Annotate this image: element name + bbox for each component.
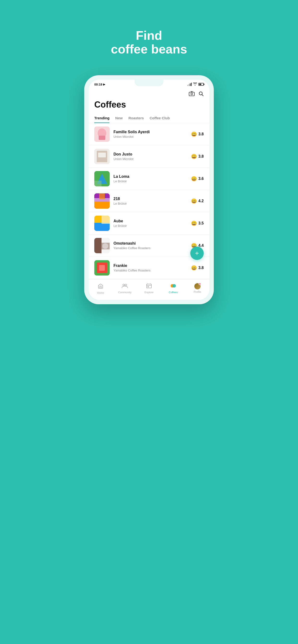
svg-point-1	[191, 93, 192, 95]
rating-emoji: 😀	[191, 176, 197, 182]
coffee-info: Don Justo Union Microlot	[113, 152, 187, 161]
coffee-rating: 😀 4.2	[191, 198, 204, 204]
rating-emoji: 😀	[191, 220, 197, 226]
nav-item-explore[interactable]: Explore	[137, 281, 161, 295]
rating-value: 3.5	[198, 221, 204, 226]
nav-label-explore: Explore	[144, 291, 153, 294]
svg-rect-19	[101, 216, 110, 224]
coffee-thumbnail	[94, 216, 110, 231]
status-bar: 00:19 ▶	[89, 80, 209, 88]
profile-notification-dot	[199, 283, 201, 285]
coffee-thumbnail	[94, 193, 110, 209]
coffee-thumbnail	[94, 260, 110, 276]
svg-rect-16	[99, 193, 105, 199]
coffee-rating: 😀 3.8	[191, 265, 204, 271]
coffee-name: 218	[113, 197, 187, 201]
profile-avatar	[194, 283, 201, 290]
search-button[interactable]	[198, 91, 204, 98]
coffee-rating: 😀 3.8	[191, 131, 204, 137]
svg-rect-12	[94, 181, 101, 186]
camera-button[interactable]	[189, 91, 195, 98]
coffee-name: Famille Solis Ayerdi	[113, 130, 187, 134]
add-icon: +	[195, 250, 199, 256]
coffee-thumbnail	[94, 171, 110, 186]
svg-rect-18	[94, 223, 110, 231]
hero-section: Find coffee beans	[92, 0, 206, 75]
hero-line2: coffee beans	[111, 42, 187, 56]
coffee-item[interactable]: 218 Le Brûloir 😀 4.2	[89, 190, 209, 212]
svg-rect-26	[99, 265, 105, 271]
tab-coffee-club[interactable]: Coffee Club	[150, 114, 170, 123]
phone-screen: 00:19 ▶	[89, 80, 209, 300]
svg-rect-6	[99, 136, 105, 140]
explore-icon	[146, 283, 152, 290]
coffee-info: Frankie Yamabiko Coffee Roasters	[113, 264, 187, 272]
coffee-item[interactable]: La Loma Le Brûloir 😀 3.6	[89, 168, 209, 190]
community-icon	[122, 283, 128, 290]
nav-item-coffees[interactable]: Coffees	[161, 281, 185, 295]
coffee-item[interactable]: Aube Le Brûloir 😀 3.5	[89, 212, 209, 234]
rating-emoji: 😀	[191, 198, 197, 204]
coffee-info: La Loma Le Brûloir	[113, 174, 187, 183]
svg-rect-14	[94, 200, 110, 209]
coffee-name: Omotenashi	[113, 241, 187, 246]
svg-rect-9	[98, 152, 106, 158]
app-header	[89, 88, 209, 98]
coffee-name: Frankie	[113, 264, 187, 268]
location-icon: ▶	[103, 83, 105, 86]
svg-line-3	[202, 95, 203, 96]
coffee-item[interactable]: Famille Solis Ayerdi Union Microlot 😀 3.…	[89, 123, 209, 146]
coffee-thumbnail	[94, 238, 110, 253]
hero-line1: Find	[136, 28, 162, 42]
tabs-bar: Trending New Roasters Coffee Club	[89, 114, 209, 123]
coffee-roaster: Union Microlot	[113, 135, 187, 138]
rating-value: 3.8	[198, 154, 204, 158]
coffee-roaster: Yamabiko Coffee Roasters	[113, 268, 187, 272]
coffee-item[interactable]: Frankie Yamabiko Coffee Roasters 😀 3.8	[89, 257, 209, 279]
svg-point-27	[123, 284, 124, 286]
tab-new[interactable]: New	[115, 114, 123, 123]
rating-emoji: 😀	[191, 265, 197, 271]
coffee-name: Aube	[113, 219, 187, 223]
coffee-roaster: Union Microlot	[113, 157, 187, 161]
signal-icon	[187, 83, 192, 86]
bottom-navigation: Home Community	[89, 279, 209, 300]
notch	[135, 80, 163, 86]
nav-item-community[interactable]: Community	[113, 281, 137, 295]
nav-item-profile[interactable]: Profile	[185, 281, 209, 295]
coffee-thumbnail	[94, 149, 110, 164]
home-icon	[98, 283, 103, 290]
rating-value: 3.8	[198, 132, 204, 136]
battery-icon	[198, 83, 204, 86]
rating-value: 3.8	[198, 266, 204, 270]
rating-value: 3.6	[198, 176, 204, 181]
coffee-name: Don Justo	[113, 152, 187, 156]
tab-trending[interactable]: Trending	[94, 114, 109, 123]
tab-roasters[interactable]: Roasters	[128, 114, 144, 123]
coffee-roaster: Le Brûloir	[113, 224, 187, 228]
profile-icon	[194, 283, 201, 290]
add-coffee-button[interactable]: +	[190, 246, 204, 260]
rating-emoji: 😀	[191, 131, 197, 137]
coffee-roaster: Yamabiko Coffee Roasters	[113, 246, 187, 250]
nav-label-community: Community	[118, 291, 131, 294]
svg-rect-21	[94, 238, 101, 253]
nav-label-coffees: Coffees	[169, 291, 178, 294]
coffee-info: Famille Solis Ayerdi Union Microlot	[113, 130, 187, 138]
svg-point-23	[102, 243, 108, 249]
coffee-info: 218 Le Brûloir	[113, 197, 187, 205]
svg-rect-29	[146, 284, 152, 288]
coffee-item[interactable]: Don Justo Union Microlot 😀 3.8	[89, 146, 209, 168]
wifi-icon	[193, 82, 197, 86]
coffee-rating: 😀 3.6	[191, 176, 204, 182]
hero-text: Find coffee beans	[101, 14, 197, 66]
nav-item-home[interactable]: Home	[89, 281, 113, 295]
svg-rect-30	[147, 286, 148, 287]
coffee-roaster: Le Brûloir	[113, 202, 187, 205]
coffee-thumbnail	[94, 126, 110, 142]
coffee-list: Famille Solis Ayerdi Union Microlot 😀 3.…	[89, 123, 209, 279]
coffee-info: Omotenashi Yamabiko Coffee Roasters	[113, 241, 187, 250]
nav-label-home: Home	[97, 291, 104, 294]
coffee-rating: 😀 3.8	[191, 154, 204, 159]
svg-rect-0	[189, 92, 194, 96]
